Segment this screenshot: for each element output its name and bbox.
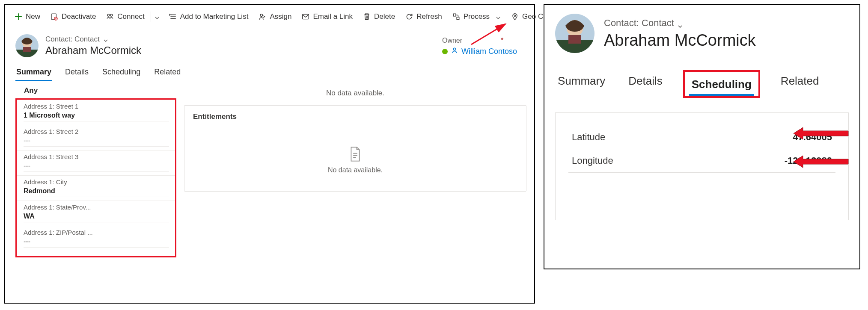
- field-street2[interactable]: Address 1: Street 2 ---: [17, 125, 175, 150]
- record-name: Abraham McCormick: [604, 31, 756, 50]
- tab-related[interactable]: Related: [778, 70, 822, 98]
- process-icon: [452, 13, 460, 21]
- field-label: Address 1: Street 2: [24, 128, 169, 137]
- presence-available-icon: [442, 49, 448, 54]
- field-state[interactable]: Address 1: State/Prov... WA: [17, 201, 175, 226]
- entitlements-empty-text: No data available.: [193, 166, 517, 174]
- tabs: Summary Details Scheduling Related: [5, 60, 534, 81]
- new-button[interactable]: New: [10, 10, 45, 24]
- address-fields-highlight: Address 1: Street 1 1 Microsoft way Addr…: [15, 98, 176, 257]
- assign-button[interactable]: Assign: [254, 10, 296, 24]
- field-label: Address 1: Street 3: [24, 153, 169, 162]
- location-icon: [511, 13, 519, 21]
- record-name: Abraham McCormick: [45, 44, 141, 56]
- svg-rect-19: [23, 47, 31, 52]
- svg-marker-28: [794, 127, 848, 139]
- connect-label: Connect: [117, 12, 144, 21]
- document-icon: [193, 147, 517, 162]
- content-area: Any Address 1: Street 1 1 Microsoft way …: [5, 81, 534, 257]
- record-header: Contact: Contact Abraham McCormick Owner…: [5, 28, 534, 60]
- connect-icon: [106, 13, 114, 21]
- chevron-down-icon: [678, 21, 683, 26]
- svg-marker-29: [794, 156, 848, 168]
- entity-type-text: Contact: Contact: [45, 35, 100, 44]
- chevron-down-icon: [496, 14, 501, 19]
- owner-lookup[interactable]: William Contoso: [442, 47, 517, 56]
- entitlements-title: Entitlements: [193, 112, 517, 121]
- svg-point-3: [107, 14, 110, 16]
- refresh-label: Refresh: [416, 12, 442, 21]
- connect-dropdown[interactable]: [151, 12, 163, 22]
- delete-icon: [363, 13, 371, 21]
- left-screenshot-panel: New Deactivate Connect Add to Marketing …: [4, 4, 535, 304]
- field-value: 1 Microsoft way: [24, 112, 169, 121]
- tab-details[interactable]: Details: [64, 64, 89, 81]
- svg-point-10: [260, 14, 262, 16]
- tab-summary[interactable]: Summary: [555, 70, 608, 98]
- chevron-down-icon: [103, 37, 108, 42]
- email-link-button[interactable]: Email a Link: [297, 10, 357, 24]
- tab-summary[interactable]: Summary: [15, 64, 52, 81]
- add-to-marketing-label: Add to Marketing List: [180, 12, 249, 21]
- email-link-label: Email a Link: [313, 12, 353, 21]
- field-label: Address 1: City: [24, 178, 169, 187]
- latitude-label: Latitude: [572, 132, 605, 143]
- side-column: No data available. Entitlements No data …: [176, 81, 534, 257]
- field-value: Redmond: [24, 187, 169, 197]
- email-icon: [302, 13, 309, 21]
- avatar: [15, 34, 39, 57]
- section-label: Any: [15, 82, 176, 99]
- delete-button[interactable]: Delete: [359, 10, 399, 24]
- refresh-button[interactable]: Refresh: [401, 10, 446, 24]
- field-city[interactable]: Address 1: City Redmond: [17, 175, 175, 201]
- tab-scheduling[interactable]: Scheduling: [689, 74, 754, 96]
- coordinates-card: Latitude 47.64005 Longitude -122.12980: [555, 112, 849, 220]
- field-value: WA: [24, 213, 169, 222]
- plus-icon: [15, 13, 22, 21]
- avatar: [555, 14, 595, 53]
- command-bar: New Deactivate Connect Add to Marketing …: [5, 5, 534, 28]
- entity-type-label[interactable]: Contact: Contact: [45, 35, 141, 44]
- scheduling-tab-highlight: Scheduling: [683, 70, 760, 98]
- connect-button[interactable]: Connect: [102, 10, 149, 24]
- field-label: Address 1: State/Prov...: [24, 204, 169, 213]
- field-label: Address 1: Street 1: [24, 103, 169, 112]
- owner-name: William Contoso: [461, 47, 517, 56]
- delete-label: Delete: [374, 12, 395, 21]
- svg-rect-27: [568, 35, 581, 44]
- owner-label: Owner: [442, 37, 462, 44]
- person-icon: [451, 47, 458, 56]
- field-value: ---: [24, 238, 169, 248]
- entity-type-text: Contact: Contact: [604, 18, 674, 29]
- svg-rect-12: [453, 14, 456, 16]
- process-label: Process: [464, 12, 490, 21]
- field-value: ---: [24, 137, 169, 147]
- entitlements-card: Entitlements No data available.: [184, 105, 526, 192]
- add-to-marketing-button[interactable]: Add to Marketing List: [165, 10, 253, 24]
- svg-line-15: [471, 24, 505, 44]
- tab-related[interactable]: Related: [153, 64, 181, 81]
- annotation-arrow-to-geocode: [469, 21, 511, 47]
- tab-scheduling[interactable]: Scheduling: [101, 64, 141, 81]
- refresh-icon: [405, 13, 413, 21]
- assign-icon: [259, 13, 266, 21]
- no-data-text: No data available.: [184, 86, 526, 105]
- annotation-arrow-latitude: [794, 126, 849, 141]
- tabs: Summary Details Scheduling Related: [555, 53, 849, 98]
- svg-point-20: [453, 48, 456, 50]
- right-screenshot-panel: Contact: Contact Abraham McCormick Summa…: [544, 4, 860, 269]
- svg-point-4: [110, 14, 113, 16]
- tab-details[interactable]: Details: [626, 70, 665, 98]
- deactivate-button[interactable]: Deactivate: [46, 10, 100, 24]
- entity-type-label[interactable]: Contact: Contact: [604, 18, 756, 29]
- chevron-down-icon: [155, 14, 160, 19]
- assign-label: Assign: [270, 12, 291, 21]
- marketing-list-icon: [169, 13, 177, 21]
- longitude-label: Longitude: [572, 155, 613, 166]
- field-street3[interactable]: Address 1: Street 3 ---: [17, 150, 175, 175]
- field-zip[interactable]: Address 1: ZIP/Postal ... ---: [17, 226, 175, 251]
- new-label: New: [26, 12, 40, 21]
- field-street1[interactable]: Address 1: Street 1 1 Microsoft way: [17, 100, 175, 125]
- annotation-arrow-longitude: [794, 154, 849, 169]
- field-value: ---: [24, 162, 169, 172]
